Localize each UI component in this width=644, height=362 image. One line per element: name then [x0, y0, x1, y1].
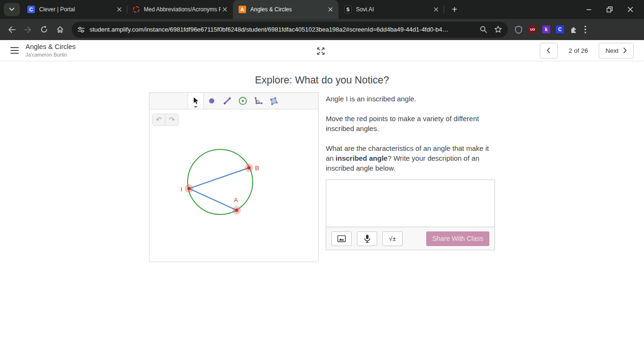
- fullscreen-expand-icon: [316, 47, 325, 56]
- url-text[interactable]: student.amplify.com/instance/6981fdf96e6…: [90, 26, 448, 33]
- kami-extension-icon[interactable]: k: [542, 25, 550, 33]
- segment-tool[interactable]: [219, 93, 235, 109]
- circle-tool[interactable]: [235, 93, 250, 109]
- clever-extension-icon[interactable]: C: [556, 25, 564, 33]
- close-tab-icon[interactable]: [326, 5, 335, 14]
- page-indicator: 2 of 26: [569, 47, 588, 54]
- next-label: Next: [605, 47, 619, 54]
- share-with-class-button[interactable]: Share With Class: [426, 231, 489, 246]
- minimize-button[interactable]: [582, 2, 596, 16]
- chevron-down-icon: [9, 8, 15, 11]
- window-controls: [582, 0, 644, 19]
- lesson-header: Angles & Circles Ja'cameron Burtin 2 of …: [0, 40, 644, 61]
- ublock-extension-icon[interactable]: UO: [528, 25, 537, 33]
- close-window-button[interactable]: [623, 2, 637, 16]
- student-name: Ja'cameron Burtin: [25, 52, 75, 58]
- next-page-button[interactable]: Next: [599, 43, 634, 58]
- close-tab-icon[interactable]: [221, 5, 229, 14]
- tab-separator: [444, 5, 444, 14]
- lesson-titles: Angles & Circles Ja'cameron Burtin: [25, 43, 75, 58]
- close-tab-icon[interactable]: [432, 5, 440, 14]
- site-settings-icon[interactable]: [77, 26, 85, 33]
- tab-angles-circles-active[interactable]: A Angles & Circles: [233, 0, 339, 19]
- lesson-title: Angles & Circles: [25, 43, 75, 51]
- extensions-puzzle-icon[interactable]: [570, 25, 578, 34]
- menu-hamburger-icon[interactable]: [10, 47, 19, 54]
- reload-button[interactable]: [36, 22, 52, 38]
- prompt-line-3: What are the characteristics of an angle…: [326, 143, 495, 173]
- chevron-left-icon: [546, 47, 551, 54]
- tab-title: Sovi.AI: [356, 6, 432, 13]
- segment-ia: [189, 189, 237, 210]
- content-columns: ↶ ↷ I B A Angle I is an inscribed angle.…: [149, 92, 495, 262]
- circle-c: [188, 149, 253, 214]
- zoom-icon[interactable]: [479, 25, 487, 33]
- angle-tool-icon: [254, 97, 263, 105]
- previous-page-button[interactable]: [540, 43, 558, 58]
- point-i[interactable]: [187, 187, 190, 190]
- amplify-favicon: A: [239, 6, 246, 13]
- answer-toolbar: √± Share With Class: [326, 227, 495, 250]
- shield-extension-icon[interactable]: [514, 25, 523, 34]
- fullscreen-button[interactable]: [315, 45, 326, 57]
- browser-tab-strip: C Clever | Portal Med Abbreviations/Acro…: [0, 0, 644, 19]
- point-b[interactable]: [247, 166, 250, 169]
- image-icon: [337, 235, 346, 243]
- prompt-bold-text: inscribed angle: [336, 154, 388, 162]
- point-tool-icon: [207, 97, 216, 105]
- close-tab-icon[interactable]: [115, 5, 124, 14]
- segment-tool-icon: [223, 97, 231, 105]
- tab-clever-portal[interactable]: C Clever | Portal: [22, 0, 127, 19]
- label-point-a: A: [234, 197, 238, 204]
- polygon-tool-icon: [269, 97, 278, 106]
- math-icon: √±: [389, 234, 396, 244]
- toolbar-spacer: [149, 93, 188, 109]
- forward-button[interactable]: [20, 22, 36, 38]
- tab-title: Clever | Portal: [39, 6, 115, 13]
- chevron-right-icon: [623, 47, 627, 54]
- angle-tool[interactable]: [250, 93, 266, 109]
- browser-menu-icon[interactable]: [584, 25, 586, 33]
- new-tab-button[interactable]: +: [448, 3, 461, 16]
- page-title: Explore: What do you Notice?: [0, 74, 644, 86]
- dashed-circle-favicon: [133, 6, 140, 13]
- clever-favicon: C: [27, 6, 35, 13]
- prompt-line-2: Move the red points to make a variety of…: [326, 114, 495, 133]
- home-button[interactable]: [52, 22, 68, 38]
- geometry-applet: ↶ ↷ I B A: [149, 92, 319, 262]
- applet-canvas[interactable]: ↶ ↷ I B A: [149, 109, 318, 262]
- tab-sovi-ai[interactable]: S Sovi.AI: [339, 0, 444, 19]
- record-audio-button[interactable]: [357, 231, 377, 246]
- sovi-favicon: S: [344, 6, 352, 13]
- address-bar[interactable]: student.amplify.com/instance/6981fdf96e6…: [72, 22, 508, 38]
- point-tool[interactable]: [204, 93, 219, 109]
- undo-button[interactable]: ↶: [152, 114, 165, 126]
- restore-button[interactable]: [603, 2, 617, 16]
- answer-input[interactable]: [326, 180, 495, 227]
- polygon-tool[interactable]: [266, 93, 281, 109]
- tab-search-button[interactable]: [4, 3, 20, 16]
- redo-button[interactable]: ↷: [165, 114, 179, 126]
- insert-image-button[interactable]: [331, 231, 352, 246]
- label-point-i: I: [181, 186, 182, 193]
- extension-icons: UO k C: [508, 25, 590, 34]
- move-tool-selected[interactable]: [188, 93, 204, 109]
- pagination: 2 of 26 Next: [540, 43, 644, 58]
- circle-tool-icon: [238, 96, 248, 106]
- undo-redo-group: ↶ ↷: [152, 114, 179, 126]
- applet-toolbar: [149, 93, 318, 109]
- back-button[interactable]: [4, 22, 20, 38]
- segment-ib: [189, 168, 249, 189]
- tool-dropdown-caret: [194, 106, 198, 108]
- cursor-arrow-icon: [193, 97, 199, 105]
- insert-math-button[interactable]: √±: [382, 231, 403, 246]
- inscribed-angle-drawing: I B A: [149, 109, 318, 262]
- microphone-icon: [363, 234, 371, 243]
- label-point-b: B: [255, 165, 259, 172]
- prompt-panel: Angle I is an inscribed angle. Move the …: [326, 92, 495, 262]
- bookmark-star-icon[interactable]: [494, 25, 502, 33]
- tab-title: Angles & Circles: [250, 6, 326, 13]
- tab-title: Med Abbreviations/Acronyms F: [144, 6, 221, 13]
- point-a[interactable]: [235, 208, 238, 212]
- tab-med-abbreviations[interactable]: Med Abbreviations/Acronyms F: [127, 0, 233, 19]
